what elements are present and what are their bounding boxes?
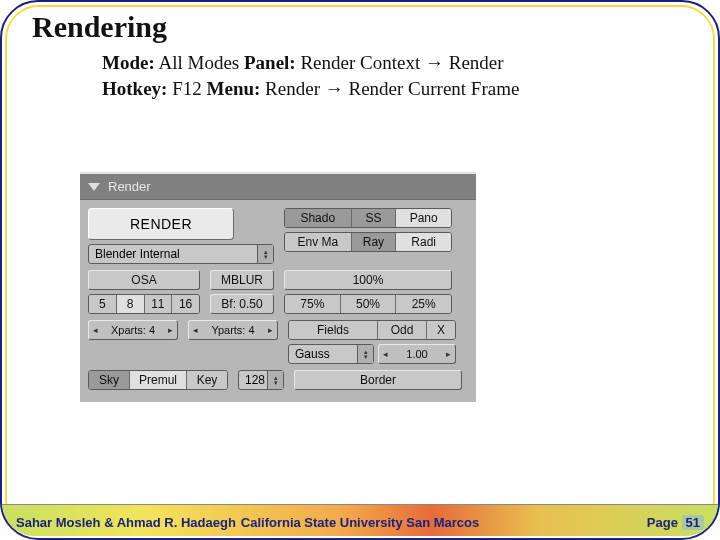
page-number: 51: [682, 515, 704, 530]
right-arrow-icon[interactable]: ▸: [168, 325, 173, 335]
footer: Sahar Mosleh & Ahmad R. Hadaegh Californ…: [2, 504, 718, 536]
panel-body: RENDER Blender Internal ▴▾ Shado SS Pano…: [80, 200, 476, 398]
panel-label: Panel:: [244, 52, 296, 73]
meta-block: Mode: All Modes Panel: Render Context → …: [102, 50, 519, 101]
size-75[interactable]: 75%: [285, 295, 341, 313]
size-seg: 75% 50% 25%: [284, 294, 452, 314]
size-50[interactable]: 50%: [341, 295, 397, 313]
osa-11[interactable]: 11: [145, 295, 173, 313]
ss-btn[interactable]: SS: [352, 209, 397, 227]
yparts-label: Yparts: 4: [211, 324, 254, 336]
opts-row1: Shado SS Pano: [284, 208, 452, 228]
osa-seg: 5 8 11 16: [88, 294, 200, 314]
size-25[interactable]: 25%: [396, 295, 451, 313]
footer-page: Page 51: [647, 515, 704, 530]
footer-authors: Sahar Mosleh & Ahmad R. Hadaegh: [16, 515, 236, 530]
left-arrow-icon[interactable]: ◂: [93, 325, 98, 335]
left-arrow-icon[interactable]: ◂: [383, 349, 388, 359]
pano-btn[interactable]: Pano: [396, 209, 451, 227]
fields-seg: Fields Odd X: [288, 320, 456, 340]
slide: Rendering Mode: All Modes Panel: Render …: [0, 0, 720, 540]
fields-btn[interactable]: Fields: [289, 321, 378, 339]
yparts-nav[interactable]: ◂ Yparts: 4 ▸: [188, 320, 278, 340]
x-btn[interactable]: X: [427, 321, 455, 339]
ray-btn[interactable]: Ray: [352, 233, 397, 251]
gauss-value: 1.00: [406, 348, 427, 360]
mode-label: Mode:: [102, 52, 155, 73]
render-panel: Render RENDER Blender Internal ▴▾ Shado …: [80, 172, 476, 402]
mblur-btn[interactable]: MBLUR: [210, 270, 274, 290]
page-label: Page: [647, 515, 678, 530]
sky-btn[interactable]: Sky: [89, 371, 130, 389]
osa-btn[interactable]: OSA: [88, 270, 200, 290]
engine-value: Blender Internal: [89, 247, 257, 261]
gauss-dropdown[interactable]: Gauss ▴▾: [288, 344, 374, 364]
disclosure-triangle-icon[interactable]: [88, 183, 100, 191]
size-100[interactable]: 100%: [284, 270, 452, 290]
gauss-val-nav[interactable]: ◂ 1.00 ▸: [378, 344, 456, 364]
hotkey-label: Hotkey:: [102, 78, 167, 99]
osa-5[interactable]: 5: [89, 295, 117, 313]
updown-icon[interactable]: ▴▾: [267, 371, 283, 389]
envma-btn[interactable]: Env Ma: [285, 233, 352, 251]
footer-org: California State University San Marcos: [241, 515, 479, 530]
mblur-bf[interactable]: Bf: 0.50: [210, 294, 274, 314]
menu-value: Render → Render Current Frame: [265, 78, 519, 99]
engine-dropdown[interactable]: Blender Internal ▴▾: [88, 244, 274, 264]
premul-btn[interactable]: Premul: [130, 371, 187, 389]
xparts-nav[interactable]: ◂ Xparts: 4 ▸: [88, 320, 178, 340]
odd-btn[interactable]: Odd: [378, 321, 427, 339]
right-arrow-icon[interactable]: ▸: [446, 349, 451, 359]
gauss-label: Gauss: [289, 347, 357, 361]
render-button[interactable]: RENDER: [88, 208, 234, 240]
menu-label: Menu:: [207, 78, 261, 99]
val128-dropdown[interactable]: 128 ▴▾: [238, 370, 284, 390]
val128: 128: [239, 373, 267, 387]
radi-btn[interactable]: Radi: [396, 233, 451, 251]
page-title: Rendering: [32, 10, 167, 44]
shado-btn[interactable]: Shado: [285, 209, 352, 227]
panel-value: Render Context → Render: [300, 52, 503, 73]
panel-header-label: Render: [108, 179, 151, 194]
key-btn[interactable]: Key: [187, 371, 227, 389]
updown-icon[interactable]: ▴▾: [357, 345, 373, 363]
osa-8[interactable]: 8: [117, 295, 145, 313]
mode-value: All Modes: [158, 52, 239, 73]
osa-16[interactable]: 16: [172, 295, 199, 313]
opts-row2: Env Ma Ray Radi: [284, 232, 452, 252]
xparts-label: Xparts: 4: [111, 324, 155, 336]
hotkey-value: F12: [172, 78, 202, 99]
sky-seg: Sky Premul Key: [88, 370, 228, 390]
panel-header[interactable]: Render: [80, 174, 476, 200]
right-arrow-icon[interactable]: ▸: [268, 325, 273, 335]
updown-icon[interactable]: ▴▾: [257, 245, 273, 263]
left-arrow-icon[interactable]: ◂: [193, 325, 198, 335]
border-btn[interactable]: Border: [294, 370, 462, 390]
